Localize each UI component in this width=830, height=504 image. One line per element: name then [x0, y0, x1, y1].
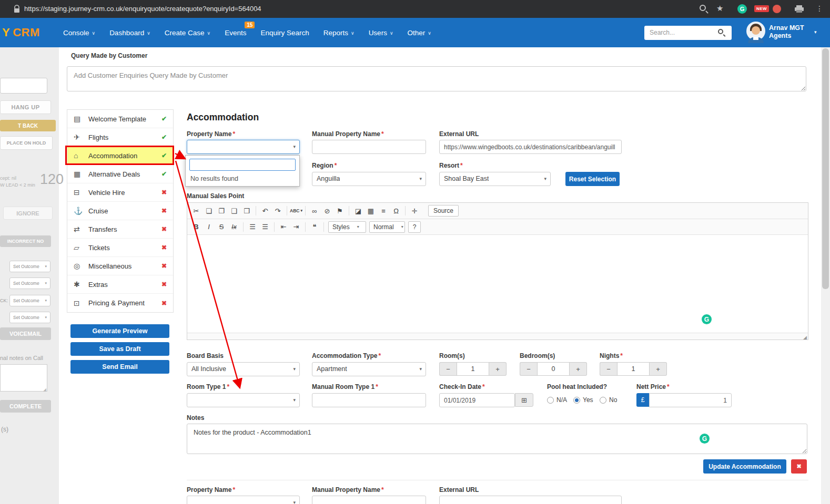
menu-item-vehicle-hire[interactable]: ⊟ Vehicle Hire ✖	[67, 183, 173, 202]
rooms-value[interactable]: 1	[457, 362, 489, 376]
call-back-button[interactable]: T BACK	[0, 120, 56, 131]
resize-handle-icon[interactable]: ◢	[803, 335, 807, 340]
unordered-list-button[interactable]: ☰	[259, 221, 271, 233]
avatar[interactable]	[746, 21, 766, 43]
check-in-date-input[interactable]	[439, 393, 515, 407]
plus-button[interactable]: +	[570, 362, 587, 376]
menu-item-pricing-payment[interactable]: ⊡ Pricing & Payment ✖	[67, 294, 173, 312]
manual-room-type-input[interactable]	[312, 393, 426, 407]
spellcheck-icon[interactable]: ABC▾	[290, 204, 302, 217]
grammarly-extension-icon[interactable]: G	[737, 4, 747, 14]
minus-button[interactable]: −	[600, 362, 617, 376]
external-url-input-2[interactable]	[439, 496, 622, 504]
menu-item-miscellaneous[interactable]: ◎ Miscellaneous ✖	[67, 257, 173, 275]
strikethrough-button[interactable]: S	[215, 221, 228, 233]
nav-item-create-case[interactable]: Create Case ∨	[165, 29, 210, 37]
region-select[interactable]: Anguilla ▾	[312, 172, 426, 186]
pool-heat-yes-radio[interactable]: Yes	[573, 396, 593, 404]
menu-item-transfers[interactable]: ⇄ Transfers ✖	[67, 220, 173, 239]
reset-selection-button[interactable]: Reset Selection	[565, 172, 620, 186]
cut-icon[interactable]: ✂	[190, 204, 203, 217]
menu-item-alternative-deals[interactable]: ▦ Alternative Deals ✔	[67, 165, 173, 183]
chevron-down-icon[interactable]: ▾	[814, 29, 817, 35]
extension-icon[interactable]	[773, 5, 781, 13]
paste-plain-text-icon[interactable]: ❑	[228, 204, 240, 217]
board-basis-select[interactable]: All Inclusive ▾	[187, 362, 300, 376]
generate-preview-button[interactable]: Generate Preview	[70, 324, 169, 338]
nights-value[interactable]: 1	[617, 362, 650, 376]
update-accommodation-button[interactable]: Update Accommodation	[703, 459, 786, 474]
nav-item-users[interactable]: Users ∨	[369, 29, 393, 37]
notes-textarea[interactable]: Notes for the product - Accommodation1	[187, 424, 807, 454]
browser-menu-icon[interactable]: ⋮	[816, 4, 823, 13]
grammarly-widget-icon[interactable]: G	[702, 314, 712, 324]
ordered-list-button[interactable]: ☰	[246, 221, 259, 233]
format-dropdown[interactable]: Normal▾	[369, 221, 405, 233]
plus-button[interactable]: +	[489, 362, 507, 376]
pool-heat-no-radio[interactable]: No	[600, 396, 617, 404]
menu-item-extras[interactable]: ✱ Extras ✖	[67, 275, 173, 294]
radio-circle[interactable]	[600, 397, 606, 404]
set-outcome-dropdown[interactable]: Set Outcome▾	[9, 295, 50, 306]
place-on-hold-button[interactable]: PLACE ON HOLD	[0, 136, 53, 150]
special-character-icon[interactable]: Ω	[390, 204, 402, 217]
pool-heat-na-radio[interactable]: N/A	[547, 396, 567, 404]
search-icon[interactable]	[718, 29, 723, 34]
search-input[interactable]	[650, 26, 717, 39]
undo-icon[interactable]: ↶	[259, 204, 271, 217]
image-icon[interactable]: ◪	[352, 204, 365, 217]
menu-item-welcome-template[interactable]: ▤ Welcome Template ✔	[67, 110, 173, 128]
link-icon[interactable]: ∞	[308, 204, 321, 217]
italic-button[interactable]: I	[203, 221, 215, 233]
complete-button[interactable]: COMPLETE	[0, 400, 51, 413]
voicemail-button[interactable]: VOICEMAIL	[0, 327, 51, 340]
plus-button[interactable]: +	[650, 362, 667, 376]
dropdown-search-input[interactable]	[189, 159, 296, 171]
page-scrollbar[interactable]	[821, 47, 830, 504]
blockquote-button[interactable]: ❝	[308, 221, 321, 233]
bedrooms-value[interactable]: 0	[537, 362, 570, 376]
save-as-draft-button[interactable]: Save as Draft	[70, 342, 169, 356]
anchor-flag-icon[interactable]: ⚑	[333, 204, 346, 217]
property-name-select-2[interactable]: ▾	[187, 496, 300, 504]
send-email-button[interactable]: Send Email	[70, 360, 169, 374]
menu-item-cruise[interactable]: ⚓ Cruise ✖	[67, 202, 173, 220]
set-outcome-dropdown[interactable]: Set Outcome▾	[9, 312, 50, 323]
hang-up-button[interactable]: HANG UP	[0, 100, 51, 114]
external-url-input[interactable]	[439, 140, 622, 154]
table-icon[interactable]: ▦	[365, 204, 377, 217]
copy-icon[interactable]: ❏	[203, 204, 215, 217]
nav-item-events[interactable]: Events 15	[225, 29, 246, 37]
room-type-select[interactable]: ▾	[187, 393, 300, 407]
remove-format-button[interactable]: Ix	[228, 221, 240, 233]
editor-body[interactable]	[187, 235, 808, 333]
brand-logo[interactable]: YCRM	[2, 18, 40, 47]
nett-price-input[interactable]	[649, 393, 732, 407]
unlink-icon[interactable]: ⊘	[321, 204, 333, 217]
nav-item-enquiry-search[interactable]: Enquiry Search	[260, 29, 309, 37]
nav-item-other[interactable]: Other ∨	[407, 29, 431, 37]
set-outcome-dropdown[interactable]: Set Outcome▾	[9, 277, 50, 289]
new-extension-badge[interactable]: NEW	[754, 5, 769, 12]
scrollbar-thumb[interactable]	[822, 48, 829, 289]
call-notes-textarea[interactable]: ◢	[0, 364, 47, 392]
incorrect-no-button[interactable]: INCORRECT NO	[0, 235, 51, 247]
source-button[interactable]: Source	[428, 205, 459, 217]
radio-circle[interactable]	[547, 397, 554, 404]
menu-item-accommodation[interactable]: ⌂ Accommodation ✔	[67, 147, 173, 165]
manual-property-name-input[interactable]	[312, 140, 426, 154]
nav-item-console[interactable]: Console ∨	[63, 29, 95, 37]
remove-accommodation-button[interactable]: ✖	[791, 459, 807, 474]
horizontal-rule-icon[interactable]: ≡	[377, 204, 390, 217]
set-outcome-dropdown[interactable]: Set Outcome▾	[9, 261, 50, 272]
accommodation-type-select[interactable]: Apartment ▾	[312, 362, 426, 376]
bold-button[interactable]: B	[190, 221, 203, 233]
minus-button[interactable]: −	[520, 362, 537, 376]
about-button[interactable]: ?	[408, 221, 421, 233]
call-panel-field[interactable]	[0, 78, 47, 94]
indent-button[interactable]: ⇥	[290, 221, 302, 233]
styles-dropdown[interactable]: Styles▾	[328, 221, 366, 233]
zoom-icon[interactable]	[700, 5, 706, 11]
resort-select[interactable]: Shoal Bay East ▾	[439, 172, 551, 186]
url-bar[interactable]: https://staging.journey-crm.co.uk/enquir…	[24, 0, 261, 18]
